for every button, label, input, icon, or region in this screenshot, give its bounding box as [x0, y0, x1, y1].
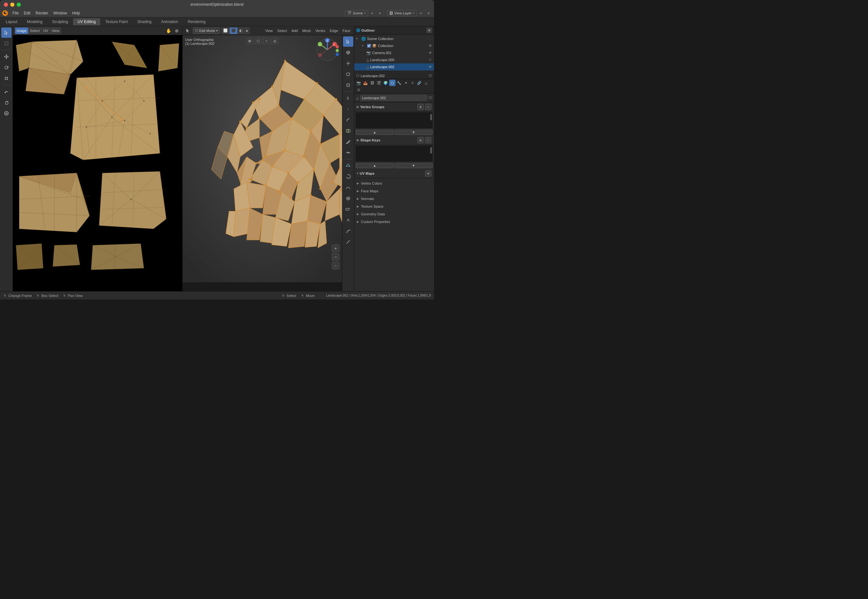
tool-scale[interactable] — [1, 73, 12, 84]
vtool-measure[interactable] — [343, 237, 353, 247]
menu-render[interactable]: Render — [33, 10, 50, 16]
viewport-vertex-menu[interactable]: Vertex — [314, 27, 327, 34]
vtool-move[interactable] — [343, 58, 353, 68]
menu-help[interactable]: Help — [70, 10, 82, 16]
nav-gizmo[interactable]: X Y Z — [315, 38, 340, 62]
vertex-groups-header[interactable]: ▶ Vertex Groups + − — [354, 102, 434, 112]
shape-keys-list[interactable] — [356, 146, 433, 162]
view-layer-remove-btn[interactable]: × — [425, 10, 432, 16]
vtool-inset[interactable]: I — [343, 104, 353, 114]
uv-hand-icon[interactable]: ✋ — [165, 27, 172, 34]
texture-space-row[interactable]: ▶ Texture Space — [354, 203, 434, 210]
uv-canvas[interactable] — [13, 35, 182, 291]
view-layer-add-btn[interactable]: + — [417, 10, 424, 16]
prop-view-layer-icon[interactable]: 🖼 — [369, 80, 375, 86]
camera-eye-icon[interactable]: 👁 — [429, 51, 432, 55]
vertex-groups-remove-btn[interactable]: − — [425, 104, 432, 110]
uv-maps-add-btn[interactable]: + — [425, 170, 432, 177]
vertex-colors-row[interactable]: ▶ Vertex Colors — [354, 179, 434, 187]
prop-object-icon[interactable]: ⬡ — [389, 80, 396, 86]
vtool-extrude[interactable]: E — [343, 93, 353, 103]
vtool-bevel[interactable] — [343, 115, 353, 125]
solid-btn[interactable]: ⬛ — [229, 27, 237, 34]
vtool-rotate[interactable] — [343, 69, 353, 79]
viewport-select-menu[interactable]: Select — [276, 27, 289, 34]
shape-keys-remove-btn[interactable]: − — [425, 137, 432, 143]
tool-select-box[interactable] — [1, 38, 12, 49]
tool-hand[interactable] — [1, 97, 12, 107]
sk-up-btn[interactable]: ▲ — [356, 163, 394, 168]
shading-toggle-btn[interactable]: ⬡ — [255, 38, 262, 44]
vtool-spin[interactable] — [343, 172, 353, 182]
geometry-data-row[interactable]: ▶ Geometry Data — [354, 210, 434, 218]
outliner-filter-btn[interactable]: ⚙ — [426, 27, 432, 33]
uv-select-btn[interactable]: Select — [29, 27, 42, 34]
viewport-mesh-menu[interactable]: Mesh — [301, 27, 312, 34]
menu-edit[interactable]: Edit — [21, 10, 33, 16]
shape-keys-add-btn[interactable]: + — [417, 137, 424, 143]
viewport-edge-menu[interactable]: Edge — [328, 27, 340, 34]
collection-visibility-check[interactable] — [367, 44, 371, 48]
uv-zoom-icon[interactable]: ⊕ — [173, 27, 180, 34]
viewport-view-menu[interactable]: View — [264, 27, 275, 34]
shape-keys-header[interactable]: ▶ Shape Keys + − — [354, 135, 434, 145]
tree-item-landscape002[interactable]: △ Landscape.002 👁 — [354, 63, 434, 71]
vtool-annotate[interactable] — [343, 226, 353, 236]
uv-view-btn[interactable]: Image — [15, 27, 28, 34]
scene-selector[interactable]: 🎬 Scene ▾ — [345, 10, 368, 16]
prop-world-icon[interactable]: 🌍 — [382, 80, 389, 86]
menu-window[interactable]: Window — [51, 10, 69, 16]
mesh-name-field[interactable]: Landscape.002 — [360, 95, 427, 101]
vtool-scale[interactable] — [343, 80, 353, 90]
viewport-nav-icon[interactable] — [184, 27, 192, 34]
minimize-button[interactable] — [10, 3, 14, 7]
scene-remove-btn[interactable]: × — [376, 10, 383, 16]
close-button[interactable] — [4, 3, 8, 7]
tool-move[interactable] — [1, 51, 12, 62]
prop-render-icon[interactable]: 📷 — [356, 80, 362, 86]
prop-output-icon[interactable]: 📤 — [362, 80, 369, 86]
tab-rendering[interactable]: Rendering — [183, 18, 210, 25]
prop-material-icon[interactable]: ◎ — [356, 86, 362, 93]
viewport-add-menu[interactable]: Add — [290, 27, 299, 34]
vg-up-btn[interactable]: ▲ — [356, 129, 394, 135]
vtool-cursor[interactable] — [343, 47, 353, 57]
view-layer-selector[interactable]: 🖼 View Layer ▾ — [387, 10, 417, 16]
uv-maps-header[interactable]: ▾ UV Maps + — [354, 169, 434, 178]
tree-expand-scene-collection[interactable]: ▾ — [356, 37, 360, 40]
proportional-edit-btn[interactable]: ◎ — [271, 38, 278, 44]
snap-toggle-btn[interactable]: ⊙ — [263, 38, 270, 44]
vtool-loop-cut[interactable] — [343, 126, 353, 136]
blender-logo-icon[interactable] — [2, 10, 8, 16]
prop-physics-icon[interactable]: ⚛ — [409, 80, 416, 86]
tab-layout[interactable]: Layout — [1, 18, 22, 25]
vertex-groups-add-btn[interactable]: + — [417, 104, 424, 110]
face-maps-row[interactable]: ▶ Face Maps — [354, 187, 434, 195]
prop-particles-icon[interactable]: ✦ — [403, 80, 409, 86]
prop-constraints-icon[interactable]: 🔗 — [416, 80, 423, 86]
scene-add-btn[interactable]: + — [369, 10, 376, 16]
uv-image-btn[interactable]: UV — [42, 27, 50, 34]
wireframe-btn[interactable]: ⬜ — [222, 27, 229, 34]
vtool-bisect[interactable] — [343, 147, 353, 158]
prop-scene-icon[interactable]: 🎬 — [376, 80, 382, 86]
tree-expand-collection[interactable]: ▾ — [362, 44, 366, 47]
vertex-groups-scrollbar[interactable] — [430, 114, 432, 120]
tool-annotate[interactable] — [1, 86, 12, 96]
vtool-poly-build[interactable] — [343, 161, 353, 171]
viewport-canvas[interactable]: User Orthographic (1) Landscape.002 ⊞ ⬡ … — [183, 35, 342, 282]
vtool-shrink[interactable] — [343, 193, 353, 203]
collection-eye-icon[interactable]: 👁 — [429, 44, 432, 48]
sk-down-btn[interactable]: ▼ — [395, 163, 433, 168]
tool-cursor[interactable] — [1, 27, 12, 38]
vtool-shear[interactable] — [343, 204, 353, 214]
tree-item-camera[interactable]: 📷 Camera.001 👁 — [354, 49, 434, 56]
vtool-select[interactable] — [343, 36, 353, 47]
tree-item-scene-collection[interactable]: ▾ 🌐 Scene Collection — [354, 35, 434, 42]
vertex-groups-list[interactable] — [356, 112, 433, 128]
tool-rotate[interactable] — [1, 62, 12, 73]
vg-down-btn[interactable]: ▼ — [395, 129, 433, 135]
custom-properties-row[interactable]: ▶ Custom Properties — [354, 218, 434, 226]
shield-icon[interactable]: 🛡 — [429, 96, 432, 100]
tab-animation[interactable]: Animation — [157, 18, 183, 25]
